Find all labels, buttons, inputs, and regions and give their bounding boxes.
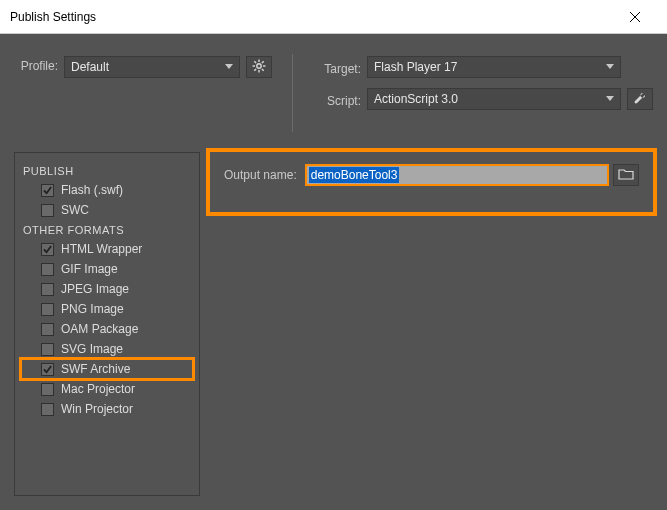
format-item[interactable]: SVG Image (21, 339, 193, 359)
format-item[interactable]: SWF Archive (21, 359, 193, 379)
format-item[interactable]: OAM Package (21, 319, 193, 339)
format-item[interactable]: Mac Projector (21, 379, 193, 399)
format-item-label: SVG Image (61, 342, 123, 356)
format-item[interactable]: HTML Wrapper (21, 239, 193, 259)
checkbox[interactable] (41, 263, 54, 276)
browse-output-button[interactable] (613, 164, 639, 186)
chevron-down-icon (606, 96, 614, 102)
format-item-label: Win Projector (61, 402, 133, 416)
format-item-label: GIF Image (61, 262, 118, 276)
checkbox[interactable] (41, 283, 54, 296)
dialog-body: Profile: Default Target: Flash Player 17 (0, 34, 667, 510)
target-label: Target: (313, 59, 361, 76)
other-formats-heading: OTHER FORMATS (21, 220, 193, 239)
format-item-label: JPEG Image (61, 282, 129, 296)
target-row: Target: Flash Player 17 (313, 56, 653, 78)
format-item-label: SWF Archive (61, 362, 130, 376)
svg-point-0 (257, 63, 261, 67)
profile-dropdown[interactable]: Default (64, 56, 240, 78)
close-button[interactable] (613, 2, 657, 32)
checkbox[interactable] (41, 363, 54, 376)
script-label: Script: (313, 91, 361, 108)
publish-heading: PUBLISH (21, 161, 193, 180)
folder-icon (618, 168, 634, 183)
chevron-down-icon (225, 64, 233, 70)
checkbox[interactable] (41, 343, 54, 356)
window-title: Publish Settings (10, 10, 613, 24)
profile-value: Default (71, 60, 109, 74)
format-item[interactable]: GIF Image (21, 259, 193, 279)
right-panel: Output name: demoBoneTool3 (212, 152, 653, 496)
format-item-label: HTML Wrapper (61, 242, 142, 256)
checkbox[interactable] (41, 383, 54, 396)
vertical-divider (292, 54, 293, 132)
format-item-label: SWC (61, 203, 89, 217)
script-settings-button[interactable] (627, 88, 653, 110)
target-value: Flash Player 17 (374, 60, 457, 74)
output-name-value: demoBoneTool3 (309, 167, 400, 183)
chevron-down-icon (606, 64, 614, 70)
formats-sidebar: PUBLISH Flash (.swf)SWC OTHER FORMATS HT… (14, 152, 200, 496)
script-value: ActionScript 3.0 (374, 92, 458, 106)
checkbox[interactable] (41, 243, 54, 256)
profile-settings-button[interactable] (246, 56, 272, 78)
script-dropdown[interactable]: ActionScript 3.0 (367, 88, 621, 110)
format-item-label: Flash (.swf) (61, 183, 123, 197)
format-item-label: OAM Package (61, 322, 138, 336)
format-item[interactable]: PNG Image (21, 299, 193, 319)
profile-label: Profile: (14, 56, 58, 73)
checkbox[interactable] (41, 303, 54, 316)
output-name-field-wrap: demoBoneTool3 (305, 164, 609, 186)
script-row: Script: ActionScript 3.0 (313, 88, 653, 110)
format-item[interactable]: Flash (.swf) (21, 180, 193, 200)
gear-icon (252, 59, 266, 76)
target-dropdown[interactable]: Flash Player 17 (367, 56, 621, 78)
svg-line-7 (262, 61, 264, 63)
format-item-label: PNG Image (61, 302, 124, 316)
output-highlight: Output name: demoBoneTool3 (206, 148, 657, 216)
output-name-field[interactable]: demoBoneTool3 (307, 166, 607, 184)
format-item[interactable]: JPEG Image (21, 279, 193, 299)
checkbox[interactable] (41, 184, 54, 197)
format-item-label: Mac Projector (61, 382, 135, 396)
titlebar: Publish Settings (0, 0, 667, 34)
output-name-label: Output name: (224, 168, 301, 182)
top-region: Profile: Default Target: Flash Player 17 (0, 34, 667, 152)
lower-region: PUBLISH Flash (.swf)SWC OTHER FORMATS HT… (0, 152, 667, 510)
checkbox[interactable] (41, 204, 54, 217)
profile-area: Profile: Default (14, 48, 272, 152)
svg-line-5 (254, 61, 256, 63)
format-item[interactable]: Win Projector (21, 399, 193, 419)
output-row: Output name: demoBoneTool3 (224, 164, 639, 186)
target-script-area: Target: Flash Player 17 Script: ActionSc… (313, 48, 653, 152)
format-item[interactable]: SWC (21, 200, 193, 220)
checkbox[interactable] (41, 323, 54, 336)
svg-line-8 (254, 68, 256, 70)
wrench-icon (633, 91, 647, 108)
svg-line-6 (262, 68, 264, 70)
checkbox[interactable] (41, 403, 54, 416)
